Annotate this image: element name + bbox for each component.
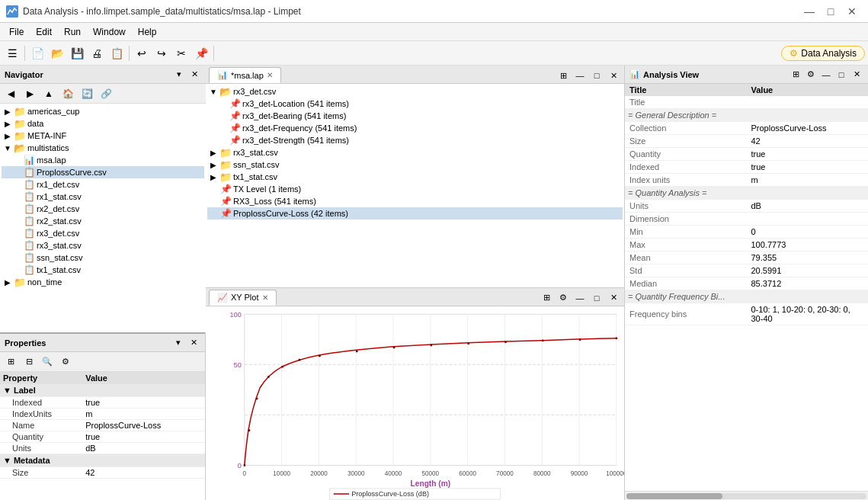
nav-home[interactable]: 🏠	[59, 85, 77, 103]
cell-title-label: Title	[625, 96, 747, 109]
nav-link[interactable]: 🔗	[97, 85, 115, 103]
prop-section-metadata[interactable]: ▼ Metadata	[0, 454, 205, 467]
plot-min-btn[interactable]: —	[572, 290, 588, 306]
tree-item-rx2-det[interactable]: 📋 rx2_det.csv	[2, 203, 204, 215]
tab-max-btn[interactable]: □	[589, 68, 604, 83]
tree-item-rx3-stat-csv[interactable]: ▶ 📁 rx3_stat.csv	[207, 146, 623, 159]
legend-label: ProplossCurve-Loss (dB)	[351, 490, 429, 498]
toolbar-undo[interactable]: ↩	[133, 44, 151, 62]
analysis-close-btn[interactable]: ✕	[850, 68, 863, 82]
nav-forward[interactable]: ▶	[21, 85, 39, 103]
navigator-menu-btn[interactable]: ▾	[172, 68, 186, 82]
cell-label: Collection	[625, 122, 747, 135]
toolbar-copy-nav[interactable]: 📋	[107, 44, 126, 62]
plot-close-btn[interactable]: ✕	[606, 290, 621, 306]
tab-xy-plot[interactable]: 📈 XY Plot ✕	[209, 290, 277, 306]
toolbar-sep-3	[213, 46, 214, 61]
cell-label: Index units	[625, 174, 747, 187]
toolbar-btn-1[interactable]: ☰	[3, 44, 21, 62]
tab-close-panel-btn[interactable]: ✕	[606, 68, 621, 83]
analysis-scrollbar[interactable]	[625, 491, 868, 500]
cell-value: true	[747, 148, 869, 161]
menu-edit[interactable]: Edit	[30, 25, 58, 39]
tree-item-rx3-stat[interactable]: 📋 rx3_stat.csv	[2, 239, 204, 252]
x-tick-10k: 10000	[273, 470, 290, 476]
toolbar-redo[interactable]: ↪	[152, 44, 171, 62]
properties-close-btn[interactable]: ✕	[187, 336, 200, 350]
menu-run[interactable]: Run	[58, 25, 87, 39]
tree-item-data[interactable]: ▶ 📁 data	[2, 117, 204, 130]
menu-help[interactable]: Help	[132, 25, 163, 39]
tree-item-rx3-loss[interactable]: 📌 RX3_Loss (541 items)	[207, 195, 623, 207]
nav-up[interactable]: ▲	[40, 85, 58, 103]
prop-row-size: Size 42	[0, 467, 205, 479]
properties-menu-btn[interactable]: ▾	[171, 336, 185, 350]
tree-item-multistatics[interactable]: ▼ 📂 multistatics	[2, 142, 204, 154]
prop-filter-btn[interactable]: 🔍	[38, 353, 56, 371]
minimize-button[interactable]: —	[799, 3, 819, 20]
tree-item-proploss-loss[interactable]: 📌 ProplossCurve-Loss (42 items)	[207, 207, 623, 220]
cell-value	[747, 213, 869, 226]
plot-max-btn[interactable]: □	[589, 290, 604, 306]
toolbar-new[interactable]: 📄	[28, 44, 46, 62]
nav-refresh[interactable]: 🔄	[78, 85, 96, 103]
prop-label-size: Size	[0, 467, 82, 479]
tab-min-btn[interactable]: —	[572, 68, 588, 83]
cell-value: 20.5991	[747, 264, 869, 277]
tree-label: rx1_det.csv	[37, 180, 79, 189]
tree-item-non-time[interactable]: ▶ 📁 non_time	[2, 276, 204, 288]
toolbar-cut[interactable]: ✂	[172, 44, 191, 62]
tree-item-rx3-location[interactable]: 📌 rx3_det-Location (541 items)	[207, 98, 623, 110]
analysis-scroll[interactable]: Title Value Title = General Description …	[625, 84, 868, 491]
tree-item-americas-cup[interactable]: ▶ 📁 americas_cup	[2, 105, 204, 117]
analysis-min-btn[interactable]: —	[819, 68, 833, 82]
tree-item-tx-level[interactable]: 📌 TX Level (1 items)	[207, 183, 623, 195]
tree-item-ssn-stat[interactable]: 📋 ssn_stat.csv	[2, 252, 204, 264]
data-analysis-button[interactable]: ⚙ Data Analysis	[781, 46, 865, 61]
prop-settings-btn[interactable]: ⚙	[56, 353, 75, 371]
tree-label: non_time	[27, 277, 62, 287]
tree-item-tx1-stat[interactable]: 📋 tx1_stat.csv	[2, 264, 204, 276]
properties-label: Properties	[5, 338, 46, 348]
toolbar-open[interactable]: 📂	[48, 44, 66, 62]
tree-item-rx3-det[interactable]: 📋 rx3_det.csv	[2, 227, 204, 239]
tree-item-rx1-stat[interactable]: 📋 rx1_stat.csv	[2, 191, 204, 203]
tree-item-rx2-stat[interactable]: 📋 rx2_stat.csv	[2, 215, 204, 227]
tree-item-rx3-strength[interactable]: 📌 rx3_det-Strength (541 items)	[207, 134, 623, 146]
properties-scroll[interactable]: Property Value ▼ Label Indexed	[0, 372, 205, 500]
tab-msa-lap[interactable]: 📊 *msa.lap ✕	[209, 67, 281, 83]
tree-item-rx1-det[interactable]: 📋 rx1_det.csv	[2, 178, 204, 191]
toolbar-save[interactable]: 💾	[68, 44, 86, 62]
tab-menu-btn[interactable]: ⊞	[556, 68, 571, 83]
tree-item-rx3-det-csv[interactable]: ▼ 📂 rx3_det.csv	[207, 85, 623, 98]
analysis-settings-btn[interactable]: ⚙	[804, 68, 818, 82]
toolbar-print[interactable]: 🖨	[88, 44, 106, 62]
plot-tab-close[interactable]: ✕	[262, 293, 268, 302]
menu-window[interactable]: Window	[87, 25, 132, 39]
analysis-label: Data Analysis	[801, 48, 857, 59]
menu-file[interactable]: File	[3, 25, 30, 39]
analysis-max-btn[interactable]: □	[834, 68, 848, 82]
analysis-copy-btn[interactable]: ⊞	[789, 68, 802, 82]
tree-item-tx1-stat-csv[interactable]: ▶ 📁 tx1_stat.csv	[207, 171, 623, 183]
tree-item-msa-lap[interactable]: 📊 msa.lap	[2, 154, 204, 166]
tree-item-rx3-frequency[interactable]: 📌 rx3_det-Frequency (541 items)	[207, 122, 623, 134]
prop-value-name: ProplossCurve-Loss	[82, 420, 205, 431]
tree-item-rx3-bearing[interactable]: 📌 rx3_det-Bearing (541 items)	[207, 110, 623, 122]
folder-icon: 📁	[219, 159, 232, 170]
plot-settings-btn[interactable]: ⚙	[556, 290, 571, 306]
nav-back[interactable]: ◀	[2, 85, 20, 103]
tree-item-ssn-stat-csv[interactable]: ▶ 📁 ssn_stat.csv	[207, 159, 623, 171]
plot-export-btn[interactable]: ⊞	[539, 290, 554, 306]
close-button[interactable]: ✕	[842, 3, 862, 20]
maximize-button[interactable]: □	[821, 3, 841, 20]
prop-collapse-btn[interactable]: ⊟	[20, 353, 38, 371]
tree-item-meta-inf[interactable]: ▶ 📁 META-INF	[2, 130, 204, 142]
tab-close-btn[interactable]: ✕	[267, 71, 273, 79]
navigator-close-btn[interactable]: ✕	[187, 68, 201, 82]
toolbar-paste[interactable]: 📌	[192, 44, 210, 62]
prop-section-label[interactable]: ▼ Label	[0, 384, 205, 397]
cell-label: Max	[625, 239, 747, 252]
prop-expand-btn[interactable]: ⊞	[2, 353, 20, 371]
tree-item-proploss-csv[interactable]: 📋 ProplossCurve.csv	[2, 166, 204, 178]
